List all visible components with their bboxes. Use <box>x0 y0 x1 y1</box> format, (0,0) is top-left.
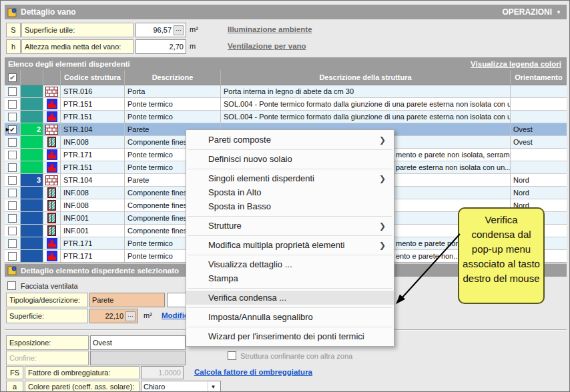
window-title: Dettaglio vano <box>21 7 76 17</box>
menu-separator <box>188 255 392 255</box>
menu-separator <box>188 307 392 308</box>
row-checkbox[interactable] <box>8 239 17 248</box>
context-menu-item[interactable]: Imposta/Annulla segnalibro <box>186 310 394 324</box>
checkbox-cell <box>5 199 21 212</box>
superficie-utile-field[interactable]: 96,57 ··· <box>135 23 186 37</box>
row-checkbox[interactable] <box>8 201 17 210</box>
descrizione-struttura-column-header[interactable]: Descrizione della struttura <box>221 70 511 85</box>
descrizione-struttura-cell: SOL.004 - Ponte termico formato dalla gi… <box>221 111 511 123</box>
struttura-confinante-checkbox[interactable] <box>228 351 236 360</box>
group-color-cell <box>21 212 43 225</box>
codice-cell: PTR.151 <box>61 111 125 123</box>
icon-column-header <box>43 70 61 85</box>
checkbox-cell <box>5 149 21 161</box>
descrizione-cell: Ponte termico <box>125 111 221 123</box>
row-checkbox[interactable] <box>8 189 17 197</box>
illuminazione-ambiente-link[interactable]: Illuminazione ambiente <box>228 25 312 33</box>
context-menu: Pareti composte❯Definisci nuovo solaioSi… <box>186 129 394 347</box>
checkbox-cell <box>5 111 21 123</box>
group-color-cell <box>21 199 43 212</box>
row-checkbox[interactable] <box>8 113 17 121</box>
context-menu-item[interactable]: Verifica condensa ... <box>186 291 394 305</box>
row-checkbox[interactable] <box>8 252 17 261</box>
operazioni-menu-button[interactable]: OPERAZIONI ▼ <box>502 7 561 17</box>
window-icon <box>43 212 61 225</box>
codice-column-header[interactable]: Codice struttura <box>61 70 125 85</box>
wall-icon <box>43 174 61 187</box>
puzzle-icon <box>43 250 61 263</box>
context-menu-item[interactable]: Pareti composte❯ <box>186 133 394 147</box>
group-color-cell: 3 <box>21 174 43 187</box>
context-menu-item[interactable]: Wizard per l'inserimento dei ponti termi… <box>186 329 394 343</box>
orientamento-cell <box>511 111 567 123</box>
row-checkbox[interactable] <box>8 176 17 185</box>
h-unit: m <box>190 42 196 50</box>
a-symbol: a <box>6 381 23 392</box>
dropdown-arrow-icon[interactable]: ▼ <box>208 381 218 392</box>
context-menu-item[interactable]: Visualizza dettaglio ... <box>186 257 394 271</box>
row-checkbox[interactable] <box>8 87 17 96</box>
calcola-fattore-link[interactable]: Calcola fattore di ombreggiatura <box>194 368 312 376</box>
row-checkbox[interactable] <box>8 138 17 147</box>
row-checkbox[interactable] <box>8 163 17 172</box>
row-checkbox[interactable] <box>8 214 17 223</box>
codice-cell: STR.104 <box>61 174 125 187</box>
table-row[interactable]: STR.016PortaPorta interna in legno di ab… <box>5 85 567 98</box>
context-menu-item[interactable]: Modifica multipla proprietà elementi❯ <box>186 238 394 252</box>
context-menu-item[interactable]: Sposta in Basso <box>186 199 394 213</box>
esposizione-field[interactable]: Ovest <box>90 335 186 350</box>
visualizza-legenda-link[interactable]: Visualizza legenda colori <box>471 60 561 68</box>
context-menu-item[interactable]: Strutture❯ <box>186 219 394 233</box>
checkbox-cell <box>5 174 21 187</box>
checkbox-cell <box>5 136 21 149</box>
ellipsis-button[interactable]: ··· <box>174 25 184 35</box>
context-menu-item[interactable]: Definisci nuovo solaio <box>186 152 394 166</box>
superficie-utile-label: Superficie utile: <box>21 23 133 37</box>
row-checkbox[interactable] <box>8 100 17 109</box>
row-checkbox[interactable] <box>8 227 17 235</box>
superficie-field[interactable]: 22,10 ··· <box>89 309 138 323</box>
colore-pareti-label: Colore pareti (coeff. ass. solare): <box>25 381 139 392</box>
codice-cell: PTR.151 <box>61 98 125 111</box>
tipologia-field[interactable]: Parete <box>89 293 165 307</box>
checkbox-cell <box>5 98 21 111</box>
select-all-checkbox[interactable]: ✔ <box>8 73 17 82</box>
group-color-cell <box>21 161 43 174</box>
detail-title: Dettaglio elemento disperdente seleziona… <box>21 267 179 275</box>
context-menu-item[interactable]: Stampa <box>186 271 394 285</box>
checkbox-cell <box>5 250 21 263</box>
confine-field <box>90 351 186 365</box>
codice-cell: PTR.171 <box>61 237 125 250</box>
checkbox-cell <box>5 161 21 174</box>
altezza-media-field[interactable]: 2,70 <box>135 39 186 54</box>
orientamento-cell <box>511 149 567 161</box>
checkbox-cell <box>5 225 21 237</box>
orientamento-cell <box>511 161 567 174</box>
s-symbol: S <box>6 23 21 37</box>
submenu-chevron-icon: ❯ <box>379 135 386 145</box>
codice-cell: INF.001 <box>61 225 125 237</box>
row-checkbox[interactable] <box>8 151 17 159</box>
group-color-cell <box>21 250 43 263</box>
group-color-cell <box>21 136 43 149</box>
orientamento-column-header[interactable]: Orientamento <box>511 70 567 85</box>
descrizione-column-header[interactable]: Descrizione <box>125 70 221 85</box>
orientamento-cell <box>511 98 567 111</box>
elenco-title: Elenco degli elementi disperdenti <box>8 60 130 68</box>
menu-separator <box>188 288 392 289</box>
colore-pareti-dropdown[interactable]: Chiaro ▼ <box>141 381 221 392</box>
facciata-ventilata-checkbox[interactable] <box>7 281 16 290</box>
context-menu-item[interactable]: Sposta in Alto <box>186 185 394 199</box>
group-color-cell <box>21 98 43 111</box>
puzzle-icon <box>43 98 61 111</box>
descrizione-cell: Porta <box>125 85 221 98</box>
submenu-chevron-icon: ❯ <box>379 221 386 231</box>
context-menu-item[interactable]: Singoli elementi disperdenti❯ <box>186 171 394 185</box>
puzzle-icon <box>43 237 61 250</box>
ellipsis-button[interactable]: ··· <box>125 311 135 321</box>
ventilazione-vano-link[interactable]: Ventilazione per vano <box>228 42 306 50</box>
table-row[interactable]: PTR.151Ponte termicoSOL.004 - Ponte term… <box>5 111 567 123</box>
chevron-down-icon: ▼ <box>556 9 561 15</box>
wall-icon <box>43 85 61 98</box>
table-row[interactable]: PTR.151Ponte termicoSOL.004 - Ponte term… <box>5 98 567 111</box>
